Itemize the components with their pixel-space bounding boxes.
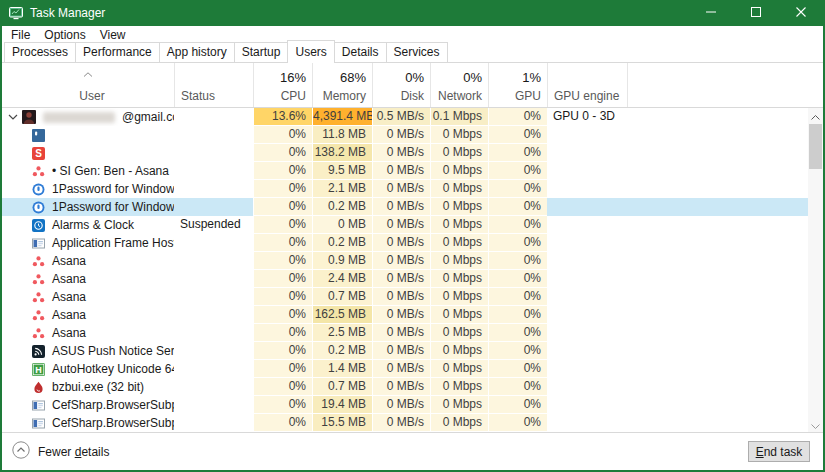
process-row[interactable]: ASUS Push Notice Server (...0%0.2 MB0 MB… [2,342,808,360]
tab-users[interactable]: Users [287,40,334,63]
column-label: GPU engine [554,89,627,103]
footer-bar: Fewer details End task [2,432,823,470]
gpu-cell: 0% [488,108,547,126]
process-row[interactable]: Asana0%162.5 MB0 MB/s0 Mbps0% [2,306,808,324]
app-window-icon [32,399,45,412]
process-row[interactable]: 0%11.8 MB0 MB/s0 Mbps0% [2,126,808,144]
column-total-percent: 68% [340,70,366,85]
gpu-cell: 0% [488,306,547,324]
cpu-cell: 0% [253,216,312,234]
status-cell: Suspended [174,216,253,234]
menu-view[interactable]: View [93,27,133,43]
process-row[interactable]: Asana0%2.5 MB0 MB/s0 Mbps0% [2,324,808,342]
cpu-cell: 0% [253,396,312,414]
process-row[interactable]: HAutoHotkey Unicode 64-bit0%1.4 MB0 MB/s… [2,360,808,378]
scroll-thumb[interactable] [809,124,822,169]
process-row[interactable]: Alarms & ClockSuspended0%0 MB0 MB/s0 Mbp… [2,216,808,234]
column-header-memory[interactable]: 68%Memory [312,63,372,107]
gpu-cell: 0% [488,252,547,270]
tab-services[interactable]: Services [386,42,448,63]
tab-startup[interactable]: Startup [234,42,289,63]
onepassword-icon [32,183,45,196]
tab-details[interactable]: Details [334,42,387,63]
tab-app-history[interactable]: App history [159,42,235,63]
memory-cell: 1.4 MB [312,360,372,378]
process-row[interactable]: CefSharp.BrowserSubproc...0%15.5 MB0 MB/… [2,414,808,432]
tab-processes[interactable]: Processes [4,42,76,63]
column-header-network[interactable]: 0%Network [430,63,488,107]
alarms-clock-icon [32,219,45,232]
process-row[interactable]: bzbui.exe (32 bit)0%0.7 MB0 MB/s0 Mbps0% [2,378,808,396]
process-row[interactable]: • SI Gen: Ben - Asana0%9.5 MB0 MB/s0 Mbp… [2,162,808,180]
expand-chevron-icon[interactable] [8,114,18,120]
scroll-down-button[interactable] [808,417,823,432]
table-header: UserStatus16%CPU68%Memory0%Disk0%Network… [2,63,823,108]
gpu-engine-cell [547,414,627,432]
process-row[interactable]: Asana0%0.7 MB0 MB/s0 Mbps0% [2,288,808,306]
tab-performance[interactable]: Performance [75,42,160,63]
process-row[interactable]: Application Frame Host0%0.2 MB0 MB/s0 Mb… [2,234,808,252]
memory-cell: 2.5 MB [312,324,372,342]
name-cell: HAutoHotkey Unicode 64-bit [2,360,174,378]
gpu-engine-cell [547,288,627,306]
process-row[interactable]: 1Password for Windows de...0%2.1 MB0 MB/… [2,180,808,198]
menu-file[interactable]: File [4,27,37,43]
column-header-gpu[interactable]: 1%GPU [488,63,547,107]
process-row[interactable]: Asana0%0.9 MB0 MB/s0 Mbps0% [2,252,808,270]
asana-icon [32,327,45,340]
column-header-cpu[interactable]: 16%CPU [253,63,312,107]
column-header-gpu_engine[interactable]: GPU engine [547,63,627,107]
network-cell: 0 Mbps [430,414,488,432]
rows-container: @gmail.com (...13.6%4,391.4 MB0.5 MB/s0.… [2,108,808,432]
row-label: AutoHotkey Unicode 64-bit [52,361,174,378]
minimize-icon [706,6,716,20]
column-total-percent: 1% [522,70,541,85]
network-cell: 0 Mbps [430,360,488,378]
row-label: Asana [52,253,86,270]
network-cell: 0 Mbps [430,396,488,414]
process-row[interactable]: CefSharp.BrowserSubproc...0%19.4 MB0 MB/… [2,396,808,414]
column-header-user[interactable]: User [2,63,174,107]
minimize-button[interactable] [688,0,733,26]
gpu-cell: 0% [488,360,547,378]
asana-icon [32,309,45,322]
row-filler [627,378,808,396]
process-row[interactable]: S0%138.2 MB0 MB/s0 Mbps0% [2,144,808,162]
column-header-disk[interactable]: 0%Disk [372,63,430,107]
maximize-button[interactable] [733,0,778,26]
user-row[interactable]: @gmail.com (...13.6%4,391.4 MB0.5 MB/s0.… [2,108,808,126]
row-filler [627,252,808,270]
name-cell: bzbui.exe (32 bit) [2,378,174,396]
memory-cell: 0.9 MB [312,252,372,270]
task-manager-window: Task Manager FileOptionsView ProcessesPe… [0,0,825,472]
sort-ascending-icon [83,66,93,80]
user-avatar-icon [22,110,36,124]
row-filler [627,144,808,162]
scroll-up-button[interactable] [808,108,823,123]
column-header-status[interactable]: Status [174,63,253,107]
column-label: GPU [515,89,541,103]
title-bar: Task Manager [2,0,823,26]
end-task-button[interactable]: End task [748,441,810,462]
menu-options[interactable]: Options [37,27,92,43]
disk-cell: 0 MB/s [372,180,430,198]
row-filler [627,288,808,306]
gpu-engine-cell [547,180,627,198]
app-window-icon [32,237,45,250]
process-row[interactable]: Asana0%2.4 MB0 MB/s0 Mbps0% [2,270,808,288]
process-row[interactable]: 1Password for Windows de...0%0.2 MB0 MB/… [2,198,808,216]
gpu-cell: 0% [488,180,547,198]
vertical-scrollbar[interactable] [808,108,823,432]
gpu-engine-cell [547,324,627,342]
disk-cell: 0 MB/s [372,252,430,270]
gpu-engine-cell [547,126,627,144]
cpu-cell: 0% [253,252,312,270]
disk-cell: 0 MB/s [372,396,430,414]
asana-icon [32,291,45,304]
cpu-cell: 0% [253,360,312,378]
name-cell: @gmail.com (... [2,108,174,126]
status-cell [174,270,253,288]
close-button[interactable] [778,0,823,26]
row-label: 1Password for Windows de... [52,181,174,198]
fewer-details-button[interactable]: Fewer details [12,441,109,462]
